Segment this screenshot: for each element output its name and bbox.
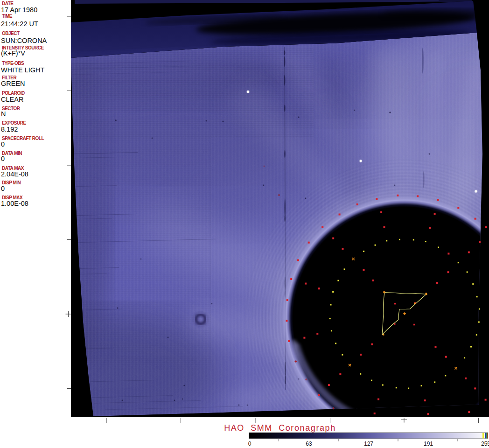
svg-text:127: 127: [364, 441, 373, 447]
svg-text:TYPE-OBS: TYPE-OBS: [2, 61, 24, 66]
svg-text:21:44:22 UT: 21:44:22 UT: [1, 20, 38, 28]
svg-text:WHITE LIGHT: WHITE LIGHT: [1, 66, 45, 74]
svg-text:0: 0: [1, 185, 5, 192]
svg-text:0: 0: [248, 441, 251, 447]
svg-text:EXPOSURE: EXPOSURE: [2, 120, 26, 126]
svg-text:1.00E-08: 1.00E-08: [1, 200, 28, 207]
svg-text:255: 255: [481, 441, 489, 447]
svg-text:0: 0: [1, 155, 5, 162]
svg-text:DATE: DATE: [2, 1, 14, 6]
svg-text:17 Apr 1980: 17 Apr 1980: [1, 6, 37, 14]
svg-text:63: 63: [306, 441, 312, 447]
svg-text:OBJECT: OBJECT: [2, 31, 20, 36]
svg-text:TIME: TIME: [2, 14, 13, 19]
svg-text:8.192: 8.192: [1, 126, 18, 133]
svg-text:CLEAR: CLEAR: [1, 96, 23, 103]
svg-text:2.04E-08: 2.04E-08: [1, 170, 28, 178]
svg-text:HAO SMM Coronagraph: HAO SMM Coronagraph: [224, 423, 336, 433]
svg-text:N: N: [1, 110, 6, 118]
svg-text:(K+F)*V: (K+F)*V: [1, 49, 25, 57]
svg-text:DATA MIN: DATA MIN: [2, 151, 22, 156]
svg-text:DISP MIN: DISP MIN: [2, 180, 21, 185]
svg-text:POLAROID: POLAROID: [2, 91, 25, 96]
svg-text:SUN:CORONA: SUN:CORONA: [1, 37, 47, 44]
svg-text:SPACECRAFT ROLL: SPACECRAFT ROLL: [2, 136, 44, 141]
svg-text:0: 0: [1, 140, 5, 148]
svg-text:191: 191: [424, 441, 433, 447]
svg-text:GREEN: GREEN: [1, 80, 25, 87]
